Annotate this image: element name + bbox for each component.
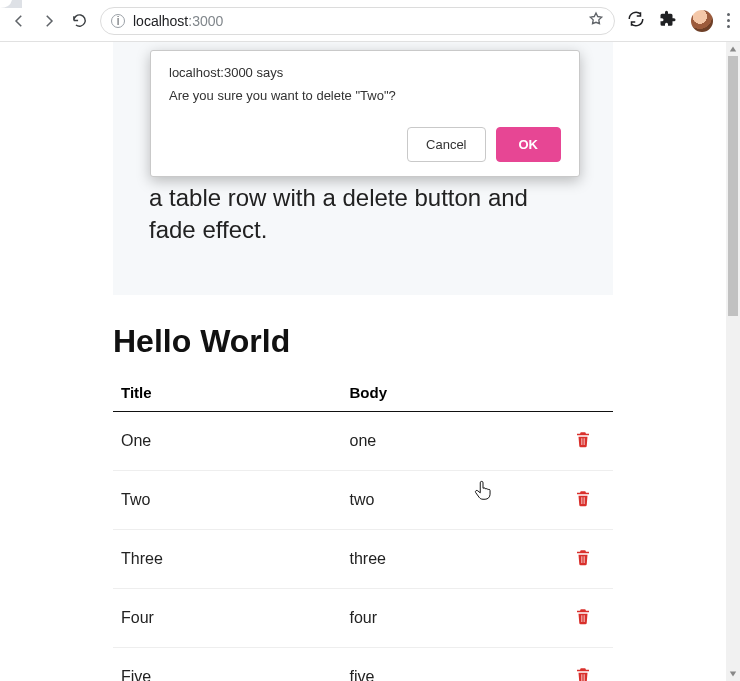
- cell-title: One: [113, 411, 341, 470]
- delete-button[interactable]: [574, 607, 592, 625]
- sync-icon[interactable]: [627, 10, 645, 32]
- data-table: Title Body OneoneTwotwoThreethreeFourfou…: [113, 372, 613, 681]
- profile-avatar[interactable]: [691, 10, 713, 32]
- cell-body: two: [341, 470, 553, 529]
- cell-title: Three: [113, 529, 341, 588]
- dialog-message: Are you sure you want to delete "Two"?: [169, 88, 561, 103]
- address-bar[interactable]: i localhost:3000: [100, 7, 615, 35]
- page-title: Hello World: [113, 323, 613, 360]
- url-text: localhost:3000: [133, 13, 223, 29]
- dialog-title: localhost:3000 says: [169, 65, 561, 80]
- back-button[interactable]: [10, 12, 28, 30]
- cursor-pointer: [472, 480, 494, 502]
- intro-text: a table row with a delete button and fad…: [149, 182, 577, 247]
- toolbar-right: [627, 10, 730, 32]
- table-row: Fivefive: [113, 647, 613, 681]
- cell-body: three: [341, 529, 553, 588]
- cell-title: Four: [113, 588, 341, 647]
- reload-button[interactable]: [70, 12, 88, 30]
- col-title: Title: [113, 372, 341, 412]
- table-row: Threethree: [113, 529, 613, 588]
- confirm-dialog: localhost:3000 says Are you sure you wan…: [150, 50, 580, 177]
- cell-title: Five: [113, 647, 341, 681]
- col-body: Body: [341, 372, 553, 412]
- forward-button[interactable]: [40, 12, 58, 30]
- browser-menu-button[interactable]: [727, 13, 730, 28]
- info-icon[interactable]: i: [111, 14, 125, 28]
- delete-button[interactable]: [574, 489, 592, 507]
- extensions-icon[interactable]: [659, 10, 677, 32]
- col-action: [553, 372, 613, 412]
- delete-button[interactable]: [574, 548, 592, 566]
- delete-button[interactable]: [574, 430, 592, 448]
- cell-title: Two: [113, 470, 341, 529]
- ok-button[interactable]: OK: [496, 127, 562, 162]
- scroll-thumb[interactable]: [728, 56, 738, 316]
- cell-body: five: [341, 647, 553, 681]
- delete-button[interactable]: [574, 666, 592, 681]
- cell-body: one: [341, 411, 553, 470]
- browser-toolbar: i localhost:3000: [0, 0, 740, 42]
- table-row: Fourfour: [113, 588, 613, 647]
- vertical-scrollbar[interactable]: [726, 42, 740, 681]
- tab-edge: [0, 0, 22, 8]
- star-icon[interactable]: [588, 11, 604, 30]
- table-row: Oneone: [113, 411, 613, 470]
- cancel-button[interactable]: Cancel: [407, 127, 485, 162]
- table-row: Twotwo: [113, 470, 613, 529]
- cell-body: four: [341, 588, 553, 647]
- scroll-up-arrow[interactable]: [726, 42, 740, 56]
- scroll-down-arrow[interactable]: [726, 667, 740, 681]
